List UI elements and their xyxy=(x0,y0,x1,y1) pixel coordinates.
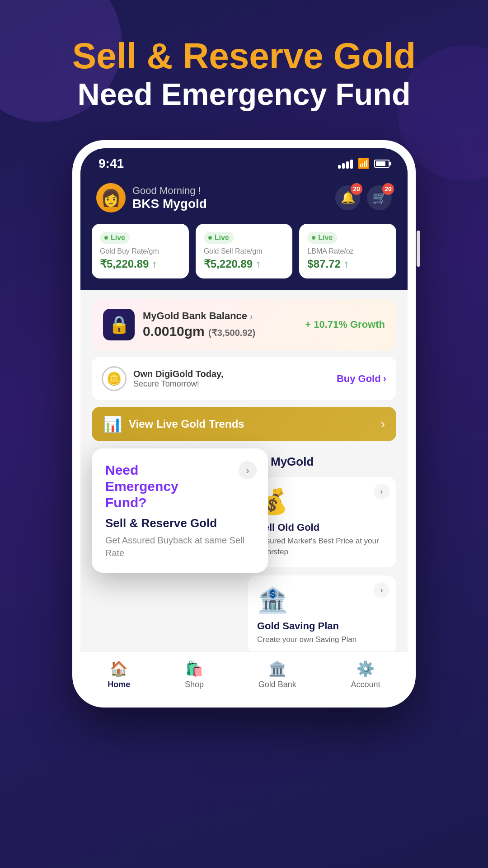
digi-text-sub: Secure Tomorrow! xyxy=(133,379,223,389)
popup-need-line1: Need xyxy=(105,462,138,477)
popup-need-text: Need Emergency Fund? xyxy=(105,462,254,511)
saving-plan-icon: 🏦 xyxy=(257,585,387,615)
nav-gold-bank[interactable]: 🏛️ Gold Bank xyxy=(258,660,296,689)
emergency-popup[interactable]: › Need Emergency Fund? Sell & Reserve Go… xyxy=(92,448,268,573)
battery-icon xyxy=(374,160,389,168)
home-label: Home xyxy=(108,680,130,689)
status-time: 9:41 xyxy=(99,156,124,171)
sell-gold-desc: Assured Market's Best Price at your Door… xyxy=(257,536,387,557)
bottom-navigation: 🏠 Home 🛍️ Shop 🏛️ Gold Bank ⚙️ Account xyxy=(80,651,408,699)
notification-badge: 20 xyxy=(351,183,362,195)
live-dot-sell xyxy=(208,236,212,240)
balance-info: MyGold Bank Balance › 0.0010gm (₹3,500.9… xyxy=(143,310,255,339)
gold-buy-rate-card[interactable]: Live Gold Buy Rate/gm ₹5,220.89 ↑ xyxy=(92,224,189,278)
live-text-buy: Live xyxy=(111,234,125,242)
growth-badge: + 10.71% Growth xyxy=(305,319,385,330)
lbma-rate-card[interactable]: Live LBMA Rate/oz $87.72 ↑ xyxy=(299,224,396,278)
buy-rate-label: Gold Buy Rate/gm xyxy=(100,247,181,255)
signal-bar-3 xyxy=(346,161,349,169)
live-text-lbma: Live xyxy=(318,234,333,242)
phone-outer: 9:41 📶 � xyxy=(72,140,416,708)
notification-button[interactable]: 🔔 20 xyxy=(335,185,360,210)
trends-left: 📊 View Live Gold Trends xyxy=(103,415,244,433)
account-icon: ⚙️ xyxy=(357,660,375,677)
digi-gold-banner: 🪙 Own DigiGold Today, Secure Tomorrow! B… xyxy=(80,357,408,407)
hero-title-gold: Sell & Reserve Gold xyxy=(0,36,488,76)
trends-text: View Live Gold Trends xyxy=(129,418,244,430)
gold-bank-icon: 🏛️ xyxy=(268,660,286,677)
hero-section: Sell & Reserve Gold Need Emergency Fund xyxy=(0,0,488,113)
lbma-rate-value: $87.72 ↑ xyxy=(307,258,388,270)
buy-rate-value: ₹5,220.89 ↑ xyxy=(100,258,181,270)
live-badge-sell: Live xyxy=(204,232,234,244)
sell-gold-title: Sell Old Gold xyxy=(257,522,387,533)
avatar-emoji: 👩 xyxy=(101,189,121,208)
balance-card[interactable]: 🔒 MyGold Bank Balance › 0.0010gm (₹3,500… xyxy=(92,299,396,350)
popup-need-line2: Emergency xyxy=(105,479,178,494)
shop-label: Shop xyxy=(185,680,204,689)
signal-bar-2 xyxy=(342,163,345,169)
user-info: Good Morning ! BKS Mygold xyxy=(132,185,207,211)
signal-icon xyxy=(338,159,353,169)
sell-old-gold-card[interactable]: › 💰 Sell Old Gold Assured Market's Best … xyxy=(248,477,396,567)
live-badge-lbma: Live xyxy=(307,232,337,244)
buy-gold-button[interactable]: Buy Gold › xyxy=(337,373,386,385)
buy-gold-arrow: › xyxy=(383,373,386,385)
digi-card[interactable]: 🪙 Own DigiGold Today, Secure Tomorrow! B… xyxy=(92,357,396,400)
saving-plan-arrow-icon: › xyxy=(374,582,389,598)
nav-account[interactable]: ⚙️ Account xyxy=(351,660,380,689)
balance-inr: (₹3,500.92) xyxy=(208,328,255,338)
app-header: 👩 Good Morning ! BKS Mygold 🔔 20 🛒 20 xyxy=(80,176,408,224)
balance-left: 🔒 MyGold Bank Balance › 0.0010gm (₹3,500… xyxy=(103,309,255,340)
avatar[interactable]: 👩 xyxy=(96,183,126,212)
hero-title-white: Need Emergency Fund xyxy=(0,76,488,113)
safe-icon: 🔒 xyxy=(103,309,135,340)
sell-rate-value: ₹5,220.89 ↑ xyxy=(204,258,285,270)
header-actions: 🔔 20 🛒 20 xyxy=(335,185,392,210)
live-dot-lbma xyxy=(312,236,315,240)
gold-sell-rate-card[interactable]: Live Gold Sell Rate/gm ₹5,220.89 ↑ xyxy=(196,224,293,278)
balance-title: MyGold Bank Balance › xyxy=(143,310,255,322)
live-dot xyxy=(104,236,108,240)
signal-bar-4 xyxy=(350,160,353,169)
balance-title-arrow: › xyxy=(250,312,253,321)
signal-bar-1 xyxy=(338,165,341,169)
username-text: BKS Mygold xyxy=(132,197,207,211)
lbma-rate-arrow: ↑ xyxy=(343,258,349,270)
popup-need-line3: Fund? xyxy=(105,495,147,510)
status-bar: 9:41 📶 xyxy=(80,148,408,176)
cart-badge: 20 xyxy=(382,183,394,195)
popup-title: Sell & Reserve Gold xyxy=(105,516,254,530)
cart-button[interactable]: 🛒 20 xyxy=(367,185,392,210)
phone-mockup: 9:41 📶 � xyxy=(72,140,416,708)
wifi-icon: 📶 xyxy=(357,158,370,170)
live-text-sell: Live xyxy=(215,234,229,242)
greeting-text: Good Morning ! xyxy=(132,185,207,197)
trends-chart-icon: 📊 xyxy=(103,415,122,433)
gold-bank-label: Gold Bank xyxy=(258,680,296,689)
buy-gold-label: Buy Gold xyxy=(337,373,381,385)
user-section: 👩 Good Morning ! BKS Mygold xyxy=(96,183,207,212)
balance-title-text: MyGold Bank Balance xyxy=(143,310,247,321)
nav-home[interactable]: 🏠 Home xyxy=(108,660,130,689)
status-icons: 📶 xyxy=(338,158,389,170)
nav-shop[interactable]: 🛍️ Shop xyxy=(185,660,204,689)
balance-amount-gm: 0.0010gm xyxy=(143,324,205,339)
sell-gold-icon: 💰 xyxy=(257,487,387,516)
shop-icon: 🛍️ xyxy=(185,660,203,677)
balance-section: 🔒 MyGold Bank Balance › 0.0010gm (₹3,500… xyxy=(80,290,408,357)
digi-text-main: Own DigiGold Today, xyxy=(133,369,223,379)
buy-rate-arrow: ↑ xyxy=(152,258,157,270)
account-label: Account xyxy=(351,680,380,689)
digi-left: 🪙 Own DigiGold Today, Secure Tomorrow! xyxy=(102,366,223,391)
live-badge-buy: Live xyxy=(100,232,130,244)
gold-saving-plan-card[interactable]: › 🏦 Gold Saving Plan Create your own Sav… xyxy=(248,576,396,655)
digi-icon: 🪙 xyxy=(102,366,127,391)
sell-rate-arrow: ↑ xyxy=(256,258,261,270)
phone-screen: 9:41 📶 � xyxy=(80,148,408,699)
balance-amount: 0.0010gm (₹3,500.92) xyxy=(143,324,255,339)
power-button xyxy=(417,231,420,267)
trends-arrow-icon: › xyxy=(381,417,385,431)
gold-trends-banner[interactable]: 📊 View Live Gold Trends › xyxy=(92,407,396,441)
saving-plan-title: Gold Saving Plan xyxy=(257,620,387,632)
